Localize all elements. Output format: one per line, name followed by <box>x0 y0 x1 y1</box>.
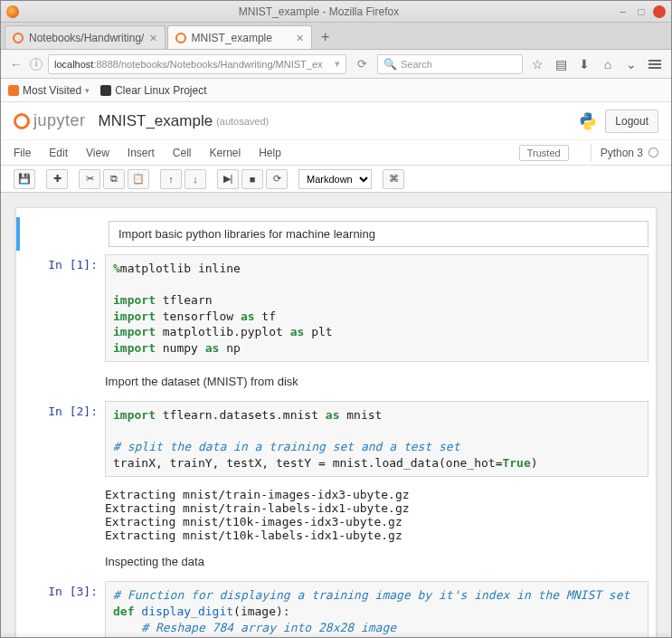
markdown-cell[interactable]: Import the dataset (MNIST) from disk <box>16 366 656 397</box>
firefox-icon <box>6 5 19 18</box>
jupyter-logo-icon <box>14 113 30 129</box>
menu-button[interactable] <box>646 60 664 69</box>
kernel-status-icon <box>648 148 658 157</box>
code-cell[interactable]: In [1]: %matplotlib inline import tflear… <box>16 251 656 366</box>
back-button[interactable]: ← <box>8 56 24 72</box>
code-cell[interactable]: In [3]: # Function for displaying a trai… <box>16 577 656 637</box>
prompt <box>27 221 109 247</box>
url-host: localhost <box>54 59 93 70</box>
output-cell: Extracting mnist/train-images-idx3-ubyte… <box>16 481 656 546</box>
home-icon[interactable]: ⌂ <box>599 57 617 71</box>
code-cell[interactable]: In [2]: import tflearn.datasets.mnist as… <box>16 397 656 481</box>
browser-tab[interactable]: Notebooks/Handwriting/ × <box>5 25 166 49</box>
menu-cell[interactable]: Cell <box>173 147 192 159</box>
bookmark-label: Most Visited <box>23 84 81 97</box>
menu-kernel[interactable]: Kernel <box>210 147 241 159</box>
os-titlebar: MNIST_example - Mozilla Firefox ‒ □ <box>1 1 671 23</box>
stop-button[interactable]: ■ <box>241 169 263 189</box>
cell-type-select[interactable]: Markdown <box>298 169 372 189</box>
markdown-cell[interactable]: Inspecting the data <box>16 546 656 577</box>
command-palette-button[interactable]: ⌘ <box>383 169 404 189</box>
notebook-name[interactable]: MNIST_example <box>99 112 213 130</box>
menu-insert[interactable]: Insert <box>128 147 155 159</box>
prompt: In [3]: <box>24 581 105 637</box>
prompt <box>24 549 105 574</box>
tab-close-icon[interactable]: × <box>149 31 156 45</box>
prompt: In [1]: <box>24 254 105 362</box>
markdown-content: Import basic python libraries for machin… <box>109 221 648 247</box>
jupyter-toolbar: 💾 ✚ ✂ ⧉ 📋 ↑ ↓ ▶| ■ ⟳ Markdown ⌘ <box>1 166 671 193</box>
menu-help[interactable]: Help <box>259 147 281 159</box>
browser-urlbar: ← i localhost:8888/notebooks/Notebooks/H… <box>1 50 671 79</box>
app-window: MNIST_example - Mozilla Firefox ‒ □ Note… <box>0 0 672 638</box>
markdown-content: Import the dataset (MNIST) from disk <box>105 369 648 394</box>
prompt: In [2]: <box>24 401 105 477</box>
code-content: %matplotlib inline import tflearn import… <box>105 254 648 362</box>
bookmark-folder-icon <box>8 85 19 96</box>
trusted-badge[interactable]: Trusted <box>519 145 569 161</box>
search-icon: 🔍 <box>383 58 397 71</box>
code-content: # Function for displaying a training ima… <box>105 581 648 637</box>
search-placeholder: Search <box>401 59 432 70</box>
logout-button[interactable]: Logout <box>605 110 658 133</box>
pocket-icon[interactable]: ⌄ <box>622 57 640 71</box>
tab-close-icon[interactable]: × <box>296 31 303 45</box>
output-content: Extracting mnist/train-images-idx3-ubyte… <box>105 484 648 542</box>
bookmark-label: Clear Linux Project <box>115 84 206 97</box>
bookmark-site-icon <box>100 85 111 96</box>
kernel-name: Python 3 <box>601 147 643 159</box>
menu-file[interactable]: File <box>14 147 31 159</box>
divider <box>591 145 592 161</box>
jupyter-app: jupyter MNIST_example (autosaved) Logout… <box>1 102 671 637</box>
kernel-indicator[interactable]: Python 3 <box>601 147 658 159</box>
paste-button[interactable]: 📋 <box>128 169 149 189</box>
move-down-button[interactable]: ↓ <box>185 169 206 189</box>
jupyter-header: jupyter MNIST_example (autosaved) Logout <box>1 102 671 140</box>
maximize-button[interactable]: □ <box>635 5 648 18</box>
window-title: MNIST_example - Mozilla Firefox <box>26 5 611 18</box>
prompt <box>24 369 105 394</box>
run-button[interactable]: ▶| <box>217 169 239 189</box>
tab-label: Notebooks/Handwriting/ <box>29 32 144 44</box>
jupyter-menubar: File Edit View Insert Cell Kernel Help T… <box>1 140 671 166</box>
bookmark-star-icon[interactable]: ☆ <box>528 57 546 71</box>
markdown-content: Inspecting the data <box>105 549 648 574</box>
restart-button[interactable]: ⟳ <box>266 169 288 189</box>
tab-label: MNIST_example <box>192 32 291 44</box>
minimize-button[interactable]: ‒ <box>617 5 629 18</box>
notebook-scroll[interactable]: Import basic python libraries for machin… <box>1 193 671 637</box>
markdown-cell[interactable]: Import basic python libraries for machin… <box>16 217 656 251</box>
browser-tabstrip: Notebooks/Handwriting/ × MNIST_example ×… <box>1 23 671 50</box>
notebook-body: Import basic python libraries for machin… <box>15 207 657 637</box>
bookmark-clear-linux[interactable]: Clear Linux Project <box>100 84 206 97</box>
menu-edit[interactable]: Edit <box>49 147 68 159</box>
add-cell-button[interactable]: ✚ <box>46 169 68 189</box>
library-icon[interactable]: ▤ <box>552 57 570 71</box>
info-icon[interactable]: i <box>30 58 43 71</box>
downloads-icon[interactable]: ⬇ <box>575 57 593 71</box>
jupyter-favicon-icon <box>13 33 24 43</box>
bookmarks-bar: Most Visited ▾ Clear Linux Project <box>1 79 671 102</box>
browser-tab[interactable]: MNIST_example × <box>167 25 312 49</box>
bookmark-most-visited[interactable]: Most Visited ▾ <box>8 84 90 97</box>
notebook-save-status: (autosaved) <box>216 116 269 127</box>
save-button[interactable]: 💾 <box>14 169 35 189</box>
new-tab-button[interactable]: + <box>314 25 337 49</box>
copy-button[interactable]: ⧉ <box>103 169 125 189</box>
jupyter-favicon-icon <box>175 33 186 43</box>
reload-button[interactable]: ⟳ <box>352 57 372 71</box>
close-button[interactable] <box>653 5 666 18</box>
code-content: import tflearn.datasets.mnist as mnist #… <box>105 401 648 477</box>
cut-button[interactable]: ✂ <box>79 169 100 189</box>
menu-view[interactable]: View <box>86 147 109 159</box>
chevron-down-icon: ▾ <box>85 86 90 95</box>
python-logo-icon <box>578 111 598 131</box>
search-input[interactable]: 🔍 Search <box>377 54 523 74</box>
url-path: :8888/notebooks/Notebooks/Handwriting/MN… <box>93 59 322 70</box>
move-up-button[interactable]: ↑ <box>160 169 182 189</box>
jupyter-logo-text: jupyter <box>33 111 86 130</box>
prompt <box>24 484 105 542</box>
address-input[interactable]: localhost:8888/notebooks/Notebooks/Handw… <box>48 54 346 74</box>
jupyter-logo[interactable]: jupyter <box>14 111 86 130</box>
